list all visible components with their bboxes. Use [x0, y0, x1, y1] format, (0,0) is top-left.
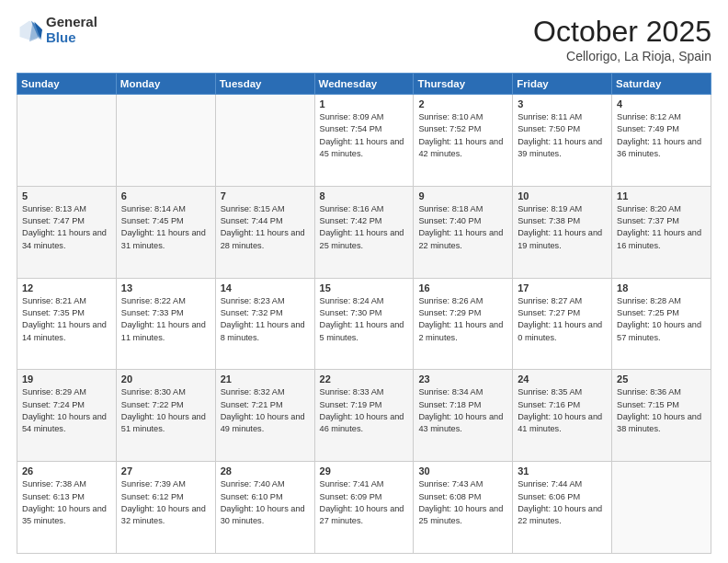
- day-number: 19: [22, 373, 111, 385]
- day-number: 18: [617, 282, 706, 293]
- header: General Blue October 2025 Cellorigo, La …: [17, 15, 711, 63]
- day-number: 20: [121, 373, 210, 385]
- day-header-tuesday: Tuesday: [215, 74, 314, 95]
- day-number: 8: [320, 190, 409, 201]
- day-number: 31: [518, 465, 607, 477]
- calendar-cell: 3Sunrise: 8:11 AMSunset: 7:50 PMDaylight…: [513, 95, 612, 187]
- logo: General Blue: [17, 15, 97, 45]
- day-info: Sunrise: 8:24 AMSunset: 7:30 PMDaylight:…: [320, 295, 409, 344]
- day-number: 15: [320, 282, 409, 293]
- calendar-week-1: 1Sunrise: 8:09 AMSunset: 7:54 PMDaylight…: [17, 95, 711, 187]
- day-number: 12: [22, 282, 111, 293]
- day-header-saturday: Saturday: [612, 74, 711, 95]
- day-number: 21: [221, 373, 310, 385]
- day-number: 6: [121, 190, 210, 201]
- calendar-cell: [17, 95, 117, 187]
- calendar-cell: [215, 95, 314, 187]
- calendar-cell: 16Sunrise: 8:26 AMSunset: 7:29 PMDayligh…: [414, 278, 513, 370]
- title-block: October 2025 Cellorigo, La Rioja, Spain: [533, 15, 711, 63]
- calendar-cell: 20Sunrise: 8:30 AMSunset: 7:22 PMDayligh…: [116, 370, 215, 462]
- calendar-cell: 22Sunrise: 8:33 AMSunset: 7:19 PMDayligh…: [314, 370, 414, 462]
- calendar-cell: 27Sunrise: 7:39 AMSunset: 6:12 PMDayligh…: [116, 462, 215, 554]
- logo-general: General: [46, 15, 97, 30]
- calendar-cell: 1Sunrise: 8:09 AMSunset: 7:54 PMDaylight…: [314, 95, 414, 187]
- day-info: Sunrise: 8:16 AMSunset: 7:42 PMDaylight:…: [320, 203, 409, 252]
- day-header-friday: Friday: [513, 74, 612, 95]
- day-info: Sunrise: 8:19 AMSunset: 7:38 PMDaylight:…: [518, 203, 607, 252]
- calendar-cell: 10Sunrise: 8:19 AMSunset: 7:38 PMDayligh…: [513, 186, 612, 278]
- calendar-header-row: SundayMondayTuesdayWednesdayThursdayFrid…: [17, 74, 711, 95]
- day-number: 26: [22, 465, 111, 477]
- day-info: Sunrise: 8:12 AMSunset: 7:49 PMDaylight:…: [617, 111, 706, 160]
- calendar-cell: 2Sunrise: 8:10 AMSunset: 7:52 PMDaylight…: [414, 95, 513, 187]
- day-info: Sunrise: 8:20 AMSunset: 7:37 PMDaylight:…: [617, 203, 706, 252]
- calendar-cell: 19Sunrise: 8:29 AMSunset: 7:24 PMDayligh…: [17, 370, 117, 462]
- calendar-cell: 8Sunrise: 8:16 AMSunset: 7:42 PMDaylight…: [314, 186, 414, 278]
- day-info: Sunrise: 8:29 AMSunset: 7:24 PMDaylight:…: [22, 386, 111, 435]
- day-number: 16: [418, 282, 507, 293]
- day-number: 29: [320, 465, 409, 477]
- day-number: 7: [221, 190, 310, 201]
- day-number: 30: [418, 465, 507, 477]
- day-info: Sunrise: 8:35 AMSunset: 7:16 PMDaylight:…: [518, 386, 607, 435]
- day-header-wednesday: Wednesday: [314, 74, 414, 95]
- calendar-cell: 5Sunrise: 8:13 AMSunset: 7:47 PMDaylight…: [17, 186, 117, 278]
- day-info: Sunrise: 8:23 AMSunset: 7:32 PMDaylight:…: [221, 295, 310, 344]
- calendar-cell: 26Sunrise: 7:38 AMSunset: 6:13 PMDayligh…: [17, 462, 117, 554]
- calendar-cell: 29Sunrise: 7:41 AMSunset: 6:09 PMDayligh…: [314, 462, 414, 554]
- day-number: 10: [518, 190, 607, 201]
- day-info: Sunrise: 7:38 AMSunset: 6:13 PMDaylight:…: [22, 478, 111, 527]
- day-info: Sunrise: 8:21 AMSunset: 7:35 PMDaylight:…: [22, 295, 111, 344]
- day-info: Sunrise: 7:40 AMSunset: 6:10 PMDaylight:…: [221, 478, 310, 527]
- calendar-week-5: 26Sunrise: 7:38 AMSunset: 6:13 PMDayligh…: [17, 462, 711, 554]
- calendar-cell: 18Sunrise: 8:28 AMSunset: 7:25 PMDayligh…: [612, 278, 711, 370]
- day-info: Sunrise: 8:18 AMSunset: 7:40 PMDaylight:…: [418, 203, 507, 252]
- calendar-cell: 6Sunrise: 8:14 AMSunset: 7:45 PMDaylight…: [116, 186, 215, 278]
- calendar-cell: 11Sunrise: 8:20 AMSunset: 7:37 PMDayligh…: [612, 186, 711, 278]
- calendar-cell: 15Sunrise: 8:24 AMSunset: 7:30 PMDayligh…: [314, 278, 414, 370]
- calendar-cell: 30Sunrise: 7:43 AMSunset: 6:08 PMDayligh…: [414, 462, 513, 554]
- day-number: 25: [617, 373, 706, 385]
- day-info: Sunrise: 8:33 AMSunset: 7:19 PMDaylight:…: [320, 386, 409, 435]
- calendar-cell: 14Sunrise: 8:23 AMSunset: 7:32 PMDayligh…: [215, 278, 314, 370]
- day-number: 14: [221, 282, 310, 293]
- page: General Blue October 2025 Cellorigo, La …: [0, 0, 728, 563]
- day-info: Sunrise: 8:28 AMSunset: 7:25 PMDaylight:…: [617, 295, 706, 344]
- calendar-cell: 4Sunrise: 8:12 AMSunset: 7:49 PMDaylight…: [612, 95, 711, 187]
- calendar-cell: 25Sunrise: 8:36 AMSunset: 7:15 PMDayligh…: [612, 370, 711, 462]
- day-info: Sunrise: 8:10 AMSunset: 7:52 PMDaylight:…: [418, 111, 507, 160]
- day-header-sunday: Sunday: [17, 74, 117, 95]
- day-info: Sunrise: 8:30 AMSunset: 7:22 PMDaylight:…: [121, 386, 210, 435]
- day-header-monday: Monday: [116, 74, 215, 95]
- day-number: 3: [518, 98, 607, 109]
- day-number: 22: [320, 373, 409, 385]
- logo-blue: Blue: [46, 30, 97, 46]
- calendar-cell: 13Sunrise: 8:22 AMSunset: 7:33 PMDayligh…: [116, 278, 215, 370]
- day-number: 2: [418, 98, 507, 109]
- day-header-thursday: Thursday: [414, 74, 513, 95]
- day-info: Sunrise: 7:39 AMSunset: 6:12 PMDaylight:…: [121, 478, 210, 527]
- day-number: 24: [518, 373, 607, 385]
- calendar-cell: 28Sunrise: 7:40 AMSunset: 6:10 PMDayligh…: [215, 462, 314, 554]
- day-info: Sunrise: 8:09 AMSunset: 7:54 PMDaylight:…: [320, 111, 409, 160]
- day-info: Sunrise: 8:11 AMSunset: 7:50 PMDaylight:…: [518, 111, 607, 160]
- logo-icon: [17, 17, 42, 43]
- calendar-cell: 9Sunrise: 8:18 AMSunset: 7:40 PMDaylight…: [414, 186, 513, 278]
- day-info: Sunrise: 8:13 AMSunset: 7:47 PMDaylight:…: [22, 203, 111, 252]
- day-info: Sunrise: 7:41 AMSunset: 6:09 PMDaylight:…: [320, 478, 409, 527]
- day-info: Sunrise: 8:34 AMSunset: 7:18 PMDaylight:…: [418, 386, 507, 435]
- calendar-week-2: 5Sunrise: 8:13 AMSunset: 7:47 PMDaylight…: [17, 186, 711, 278]
- day-info: Sunrise: 8:27 AMSunset: 7:27 PMDaylight:…: [518, 295, 607, 344]
- day-number: 9: [418, 190, 507, 201]
- day-number: 13: [121, 282, 210, 293]
- day-number: 17: [518, 282, 607, 293]
- logo-text: General Blue: [46, 15, 97, 45]
- calendar-cell: 23Sunrise: 8:34 AMSunset: 7:18 PMDayligh…: [414, 370, 513, 462]
- day-info: Sunrise: 8:36 AMSunset: 7:15 PMDaylight:…: [617, 386, 706, 435]
- day-number: 4: [617, 98, 706, 109]
- day-info: Sunrise: 8:32 AMSunset: 7:21 PMDaylight:…: [221, 386, 310, 435]
- month-title: October 2025: [533, 15, 711, 49]
- day-number: 5: [22, 190, 111, 201]
- calendar-cell: 31Sunrise: 7:44 AMSunset: 6:06 PMDayligh…: [513, 462, 612, 554]
- calendar-cell: [116, 95, 215, 187]
